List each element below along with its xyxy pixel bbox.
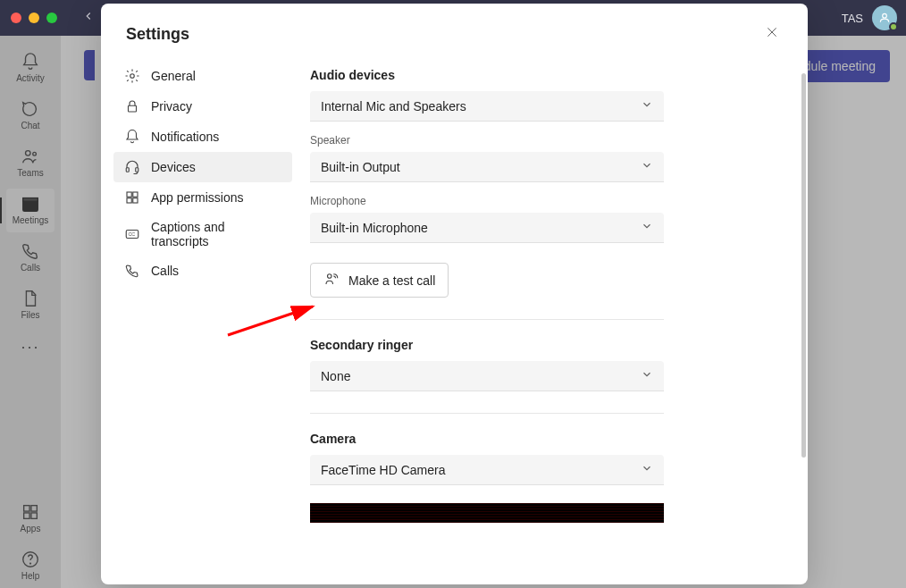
- camera-preview: [310, 503, 664, 523]
- nav-general[interactable]: General: [113, 61, 292, 91]
- permissions-icon: [124, 189, 140, 206]
- svg-point-23: [328, 274, 332, 279]
- dropdown-value: Internal Mic and Speakers: [321, 99, 466, 113]
- dropdown-value: Built-in Output: [321, 160, 400, 174]
- nav-devices[interactable]: Devices: [113, 152, 292, 182]
- nav-notifications[interactable]: Notifications: [113, 122, 292, 152]
- button-label: Make a test call: [348, 273, 435, 288]
- user-initials: TAS: [842, 12, 863, 25]
- dropdown-value: Built-in Microphone: [321, 221, 428, 235]
- cc-icon: CC: [124, 226, 140, 242]
- svg-rect-20: [133, 198, 138, 203]
- chevron-down-icon: [641, 98, 653, 113]
- titlebar-user: TAS: [842, 5, 897, 30]
- nav-label: Privacy: [151, 99, 192, 113]
- scrollbar[interactable]: [801, 73, 806, 458]
- presence-icon: [889, 22, 898, 31]
- svg-rect-15: [126, 168, 129, 172]
- back-icon[interactable]: [82, 10, 95, 26]
- secondary-ringer-dropdown[interactable]: None: [310, 361, 664, 391]
- secondary-ringer-heading: Secondary ringer: [310, 338, 783, 352]
- nav-captions[interactable]: CC Captions and transcripts: [113, 213, 292, 256]
- svg-point-13: [130, 74, 135, 79]
- dropdown-value: None: [321, 369, 350, 383]
- modal-header: Settings: [101, 4, 808, 52]
- nav-calls[interactable]: Calls: [113, 256, 292, 286]
- close-window-icon[interactable]: [11, 13, 21, 23]
- fullscreen-window-icon[interactable]: [46, 13, 57, 23]
- svg-rect-19: [127, 198, 131, 203]
- dropdown-value: FaceTime HD Camera: [321, 463, 446, 477]
- nav-label: Captions and transcripts: [151, 220, 281, 248]
- svg-text:CC: CC: [129, 231, 136, 237]
- test-call-icon: [323, 271, 340, 290]
- microphone-dropdown[interactable]: Built-in Microphone: [310, 213, 664, 243]
- close-icon[interactable]: [761, 21, 783, 46]
- nav-label: App permissions: [151, 190, 244, 205]
- chevron-down-icon: [641, 368, 653, 383]
- speaker-label: Speaker: [310, 134, 783, 147]
- nav-label: Calls: [151, 264, 179, 278]
- audio-device-dropdown[interactable]: Internal Mic and Speakers: [310, 91, 664, 122]
- window-controls: [11, 13, 57, 23]
- speaker-dropdown[interactable]: Built-in Output: [310, 152, 664, 182]
- svg-rect-16: [136, 168, 138, 172]
- settings-nav: General Privacy Notifications Devices Ap…: [101, 52, 305, 584]
- avatar[interactable]: [872, 5, 897, 30]
- chevron-down-icon: [641, 462, 653, 477]
- make-test-call-button[interactable]: Make a test call: [310, 263, 449, 298]
- nav-privacy[interactable]: Privacy: [113, 91, 292, 122]
- chevron-down-icon: [641, 159, 653, 174]
- nav-label: General: [151, 69, 196, 83]
- gear-icon: [124, 68, 140, 84]
- chevron-down-icon: [641, 220, 653, 235]
- headset-icon: [124, 159, 140, 175]
- settings-content: Audio devices Internal Mic and Speakers …: [305, 52, 808, 584]
- nav-label: Notifications: [151, 130, 219, 144]
- lock-icon: [124, 98, 140, 114]
- modal-title: Settings: [126, 25, 189, 44]
- camera-heading: Camera: [310, 432, 783, 446]
- svg-rect-18: [133, 192, 138, 197]
- nav-label: Devices: [151, 160, 196, 174]
- nav-app-permissions[interactable]: App permissions: [113, 182, 292, 213]
- phone-icon: [124, 263, 140, 279]
- audio-devices-heading: Audio devices: [310, 68, 783, 82]
- svg-rect-14: [129, 105, 137, 112]
- section-divider: [310, 413, 664, 414]
- minimize-window-icon[interactable]: [29, 13, 39, 23]
- svg-rect-17: [127, 192, 131, 197]
- settings-modal: Settings General Privacy Notifications D…: [101, 4, 808, 584]
- svg-point-0: [883, 13, 887, 18]
- microphone-label: Microphone: [310, 195, 783, 207]
- camera-dropdown[interactable]: FaceTime HD Camera: [310, 455, 664, 485]
- section-divider: [310, 319, 664, 320]
- bell-icon: [124, 129, 140, 145]
